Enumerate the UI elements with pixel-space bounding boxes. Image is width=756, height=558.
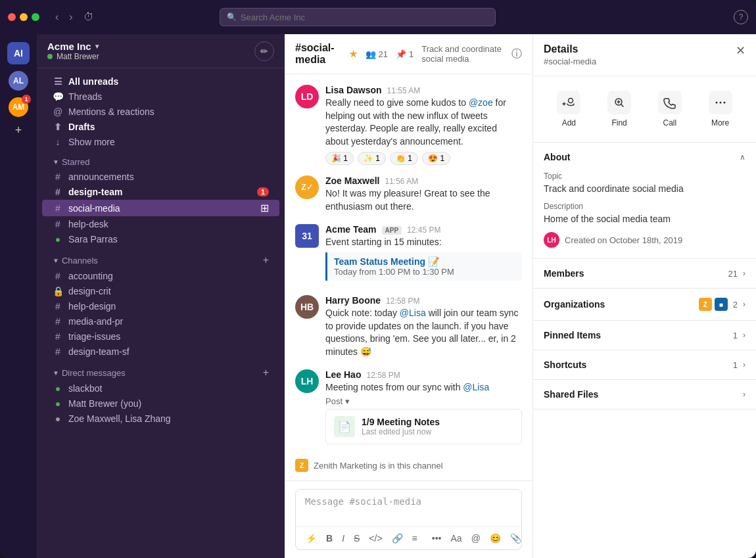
message-author: Acme Team: [325, 224, 377, 235]
nav-media-and-pr[interactable]: # media-and-pr: [42, 314, 279, 329]
organizations-count: 2: [733, 300, 738, 310]
reactions: 🎉 1 ✨ 1 👏 1 😍 1: [325, 152, 522, 165]
list-button[interactable]: ≡: [409, 531, 421, 546]
zenith-avatar: Z: [295, 459, 308, 472]
compose-button[interactable]: ✏: [254, 41, 274, 61]
message-header: Acme Team APP 12:45 PM: [325, 224, 522, 235]
message-time: 11:55 AM: [387, 86, 421, 95]
members-section-header[interactable]: Members 21 ›: [533, 259, 756, 288]
maximize-traffic-light[interactable]: [32, 13, 39, 21]
message-content: Acme Team APP 12:45 PM Event starting in…: [325, 224, 522, 285]
link-button[interactable]: 🔗: [389, 531, 406, 546]
organizations-section-header[interactable]: Organizations Z ■ 2 ›: [533, 289, 756, 320]
italic-button[interactable]: I: [339, 531, 348, 546]
mention[interactable]: @Lisa: [400, 308, 426, 318]
font-button[interactable]: Aa: [448, 531, 465, 546]
message-row: LD Lisa Dawson 11:55 AM Really need to g…: [295, 85, 522, 165]
code-button[interactable]: </>: [366, 531, 385, 546]
dm-section-header[interactable]: ▼ Direct messages +: [42, 361, 279, 381]
pinned-section-header[interactable]: Pinned Items 1 ›: [533, 321, 756, 350]
help-button[interactable]: ?: [734, 10, 748, 24]
avatar-am[interactable]: AM 1: [9, 97, 28, 117]
info-button[interactable]: ⓘ: [511, 47, 522, 61]
workspace-avatar[interactable]: AI: [7, 42, 30, 64]
nav-social-media[interactable]: # social-media ⊞: [42, 200, 279, 216]
about-section-header[interactable]: About ∧: [533, 143, 756, 172]
post-block[interactable]: 📄 1/9 Meeting Notes Last edited just now: [325, 409, 522, 444]
nav-mentions[interactable]: @ Mentions & reactions: [42, 105, 279, 119]
nav-zoe-lisa[interactable]: ● Zoe Maxwell, Lisa Zhang: [42, 411, 279, 426]
nav-slackbot[interactable]: ● slackbot: [42, 381, 279, 396]
pinned-title: Pinned Items: [544, 330, 601, 340]
channel-hash-icon: #: [53, 271, 63, 281]
avatar-am-badge: 1: [22, 95, 31, 104]
nav-help-design[interactable]: # help-design: [42, 299, 279, 314]
mention[interactable]: @Lisa: [463, 382, 489, 392]
add-workspace-button[interactable]: +: [15, 124, 22, 137]
online-status-dot: [47, 54, 53, 59]
shared-files-section-header[interactable]: Shared Files ›: [533, 380, 756, 409]
close-traffic-light[interactable]: [8, 13, 16, 21]
avatar: HB: [295, 295, 319, 319]
channels-section-header[interactable]: ▼ Channels +: [42, 249, 279, 268]
call-icon: [658, 91, 682, 114]
emoji-button[interactable]: 😊: [486, 531, 504, 546]
nav-drafts[interactable]: ⬆ Drafts: [42, 120, 279, 134]
starred-section-header[interactable]: ▼ Starred: [42, 152, 279, 169]
pinned-meta[interactable]: 📌 1: [396, 49, 413, 59]
find-action-button[interactable]: Find: [597, 87, 642, 131]
bold-button[interactable]: B: [323, 531, 336, 546]
forward-button[interactable]: ›: [66, 10, 75, 24]
mention[interactable]: @zoe: [469, 97, 493, 108]
nav-help-desk[interactable]: # help-desk: [42, 217, 279, 231]
quote-subtitle: Today from 1:00 PM to 1:30 PM: [334, 267, 515, 277]
add-action-button[interactable]: Add: [546, 87, 591, 131]
reaction-item[interactable]: 😍 1: [422, 152, 450, 165]
nav-design-team-sf[interactable]: # design-team-sf: [42, 344, 279, 359]
message-text: Meeting notes from our sync with @Lisa: [325, 381, 522, 394]
zenith-notice: Z Zenith Marketing is in this channel: [295, 455, 522, 476]
nav-threads[interactable]: 💬 Threads: [42, 89, 279, 104]
minimize-traffic-light[interactable]: [20, 13, 28, 21]
message-time: 12:45 PM: [407, 225, 440, 235]
shortcuts-section-header[interactable]: Shortcuts 1 ›: [533, 350, 756, 379]
message-input[interactable]: [296, 490, 521, 524]
shared-files-right: ›: [743, 390, 745, 399]
workspace-name[interactable]: Acme Inc ▼: [47, 41, 101, 52]
quote-title[interactable]: Team Status Meeting 📝: [334, 256, 515, 267]
add-dm-button[interactable]: +: [263, 367, 269, 379]
details-panel: Details #social-media ✕ Add: [532, 34, 756, 558]
mention-button[interactable]: @: [468, 531, 484, 546]
strikethrough-button[interactable]: S: [350, 531, 363, 546]
add-channel-button[interactable]: +: [263, 254, 269, 266]
nav-matt-brewer[interactable]: ● Matt Brewer (you): [42, 396, 279, 411]
nav-announcements[interactable]: # announcements: [42, 170, 279, 184]
attachment-button[interactable]: 📎: [507, 531, 522, 546]
nav-all-unreads[interactable]: ☰ All unreads: [42, 74, 279, 89]
nav-design-team[interactable]: # design-team 1: [42, 185, 279, 199]
reaction-item[interactable]: ✨ 1: [358, 152, 386, 165]
nav-triage-issues[interactable]: # triage-issues: [42, 329, 279, 344]
members-meta[interactable]: 👥 21: [366, 49, 388, 59]
message-input-box: ⚡ B I S </> 🔗 ≡ ••• Aa @ 😊 📎: [295, 489, 522, 550]
close-details-button[interactable]: ✕: [736, 43, 745, 58]
lightning-button[interactable]: ⚡: [302, 531, 320, 546]
search-input[interactable]: [241, 12, 488, 22]
reaction-item[interactable]: 🎉 1: [325, 152, 354, 165]
avatar-al[interactable]: AL: [9, 71, 28, 91]
star-icon[interactable]: ★: [349, 49, 358, 59]
nav-accounting[interactable]: # accounting: [42, 269, 279, 283]
history-button[interactable]: ⏱: [81, 10, 97, 24]
avatar: Z✓: [295, 175, 319, 199]
more-formatting-button[interactable]: •••: [429, 531, 445, 546]
org-avatar-b: ■: [715, 298, 728, 311]
nav-sara-parras[interactable]: ● Sara Parras: [42, 232, 279, 246]
search-bar[interactable]: 🔍: [220, 8, 496, 26]
more-action-button[interactable]: More: [698, 87, 743, 131]
sidebar-nav: ☰ All unreads 💬 Threads @ Mentions & rea…: [37, 68, 285, 558]
call-action-button[interactable]: Call: [648, 87, 692, 131]
back-button[interactable]: ‹: [53, 10, 61, 24]
nav-design-crit[interactable]: 🔒 design-crit: [42, 284, 279, 298]
nav-show-more[interactable]: ↓ Show more: [42, 135, 279, 149]
reaction-item[interactable]: 👏 1: [390, 152, 418, 165]
